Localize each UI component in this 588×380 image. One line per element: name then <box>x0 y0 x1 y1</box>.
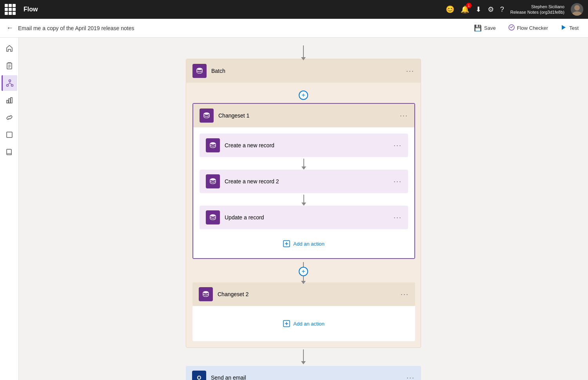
svg-rect-14 <box>9 99 10 103</box>
send-email-title: Send an email <box>211 375 402 380</box>
sidebar <box>0 38 19 380</box>
changeset-2-menu[interactable]: ··· <box>401 290 409 299</box>
svg-point-8 <box>7 85 9 87</box>
action-3-menu[interactable]: ··· <box>394 214 402 222</box>
changeset-1-icon-wrap <box>200 109 214 123</box>
svg-rect-16 <box>7 132 12 138</box>
add-action-1[interactable]: Add an action <box>200 235 408 252</box>
action-create-record-1[interactable]: Create a new record ··· <box>200 134 408 157</box>
test-icon <box>561 24 567 32</box>
action-1-icon-wrap <box>206 138 220 152</box>
main-layout: Batch ··· + <box>0 38 588 380</box>
action-create-record-2[interactable]: Create a new record 2 ··· <box>200 170 408 193</box>
action-2-icon-wrap <box>206 174 220 188</box>
test-button[interactable]: Test <box>557 23 582 34</box>
secondbar-actions: 💾 Save Flow Checker Test <box>471 23 582 34</box>
save-label: Save <box>484 25 496 31</box>
user-org: Release Notes (org3d1fe8b) <box>510 9 564 15</box>
svg-point-21 <box>210 178 216 181</box>
svg-point-1 <box>572 11 582 16</box>
action-2-menu[interactable]: ··· <box>394 177 402 186</box>
changeset-2-header: Changeset 2 ··· <box>192 282 415 306</box>
secondbar: ← Email me a copy of the April 2019 rele… <box>0 19 588 38</box>
batch-icon-wrap <box>192 64 207 78</box>
svg-point-0 <box>574 5 580 11</box>
avatar[interactable] <box>571 3 583 16</box>
user-info: Stephen Siciliano Release Notes (org3d1f… <box>510 4 564 15</box>
download-icon[interactable]: ⬇ <box>475 5 481 14</box>
svg-line-12 <box>10 83 12 85</box>
sidebar-item-clipboard[interactable] <box>2 58 17 74</box>
batch-title: Batch <box>211 68 401 74</box>
svg-point-7 <box>9 80 11 82</box>
svg-point-18 <box>197 68 202 70</box>
app-title: Flow <box>24 6 38 13</box>
svg-point-9 <box>11 85 13 87</box>
sidebar-item-book[interactable] <box>2 144 17 160</box>
settings-icon[interactable]: ⚙ <box>488 5 494 14</box>
svg-point-19 <box>204 112 209 115</box>
batch-menu[interactable]: ··· <box>406 67 414 75</box>
changeset-2-card: Changeset 2 ··· Add an action <box>192 282 415 341</box>
notification-badge: 1 <box>466 3 472 8</box>
send-email-menu[interactable]: ··· <box>407 374 415 380</box>
changeset-2-title: Changeset 2 <box>218 291 396 297</box>
changeset-1-body: Create a new record ··· <box>193 127 414 258</box>
save-icon: 💾 <box>474 24 482 32</box>
action-update-record[interactable]: Update a record ··· <box>200 206 408 229</box>
changeset-1-card: Changeset 1 ··· <box>192 103 415 259</box>
add-step-plus-1[interactable]: + <box>299 90 308 100</box>
topbar-right: 😊 🔔 1 ⬇ ⚙ ? Stephen Siciliano Release No… <box>446 3 583 16</box>
svg-point-20 <box>210 142 216 145</box>
action-3-title: Update a record <box>225 214 389 221</box>
topbar: Flow 😊 🔔 1 ⬇ ⚙ ? Stephen Siciliano Relea… <box>0 0 588 19</box>
sidebar-item-flow[interactable] <box>2 75 17 91</box>
sidebar-item-chart[interactable] <box>2 92 17 108</box>
canvas: Batch ··· + <box>19 38 588 380</box>
flow-checker-icon <box>508 24 515 32</box>
sidebar-item-home[interactable] <box>2 41 17 56</box>
batch-card: Batch ··· + <box>186 59 421 348</box>
flow-title: Email me a copy of the April 2019 releas… <box>18 25 466 31</box>
changeset-2-icon-wrap <box>199 287 213 301</box>
sidebar-item-link[interactable] <box>2 110 17 125</box>
emoji-icon[interactable]: 😊 <box>446 5 454 14</box>
add-step-plus-2[interactable]: + <box>299 267 308 276</box>
office-icon: O <box>197 375 201 380</box>
action-3-icon-wrap <box>206 210 220 224</box>
svg-rect-15 <box>11 98 12 103</box>
svg-point-26 <box>203 291 209 293</box>
waffle-menu[interactable] <box>5 4 16 15</box>
add-action-1-label: Add an action <box>293 241 325 247</box>
help-icon[interactable]: ? <box>500 5 504 14</box>
action-1-title: Create a new record <box>225 142 389 148</box>
save-button[interactable]: 💾 Save <box>471 23 499 33</box>
batch-body: + Changeset 1 ··· <box>186 83 421 347</box>
user-name: Stephen Siciliano <box>531 4 564 9</box>
back-button[interactable]: ← <box>6 24 13 32</box>
flow-checker-label: Flow Checker <box>517 25 548 31</box>
send-email-card[interactable]: O Send an email ··· <box>186 366 421 380</box>
test-label: Test <box>569 25 579 31</box>
changeset-2-body: Add an action <box>192 306 415 341</box>
sidebar-item-box[interactable] <box>2 127 17 143</box>
send-email-icon-wrap: O <box>192 371 206 380</box>
svg-rect-13 <box>7 100 8 103</box>
svg-line-11 <box>8 83 10 85</box>
notification-icon[interactable]: 🔔 1 <box>461 5 469 14</box>
changeset-1-menu[interactable]: ··· <box>400 112 408 120</box>
changeset-1-title: Changeset 1 <box>218 112 395 119</box>
changeset-1-header: Changeset 1 ··· <box>193 104 414 127</box>
add-action-2-label: Add an action <box>293 321 325 327</box>
flow-checker-button[interactable]: Flow Checker <box>505 23 551 34</box>
batch-header: Batch ··· <box>186 59 421 83</box>
action-2-title: Create a new record 2 <box>225 178 389 185</box>
action-1-menu[interactable]: ··· <box>394 141 402 150</box>
add-action-2[interactable]: Add an action <box>199 312 409 335</box>
svg-point-22 <box>210 214 216 217</box>
